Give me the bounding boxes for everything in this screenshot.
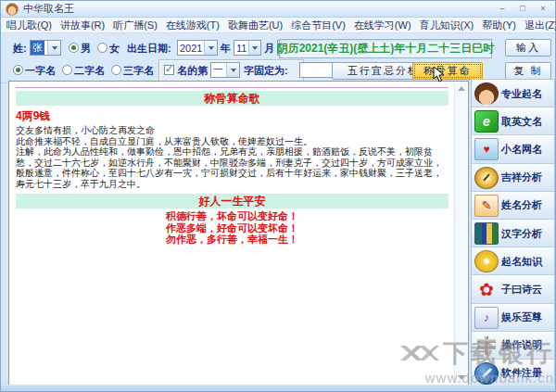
sidebar-item-label: 专业起名	[501, 87, 542, 101]
pen-card-icon	[474, 195, 499, 217]
sidebar-item[interactable]: 小名网名	[472, 135, 554, 163]
input-button[interactable]: 输入	[505, 39, 551, 57]
birthdate-label: 出生日期:	[127, 42, 171, 56]
disc-icon	[474, 250, 499, 272]
fixed-char-suffix-label: 字固定为:	[244, 64, 288, 78]
chevron-down-icon[interactable]	[226, 63, 239, 77]
sidebar-item-label: 娱乐至尊	[501, 310, 542, 324]
sidebar-item[interactable]: 子曰诗云	[472, 275, 554, 303]
sidebar-item-label: 汉字分析	[501, 227, 542, 241]
year-suffix: 年	[221, 42, 231, 56]
title-bar: 中华取名王 – □ ×	[1, 1, 555, 18]
signpost-icon	[474, 335, 499, 357]
sidebar-item[interactable]: 操作说明	[472, 332, 554, 360]
fortune-line: 交友多情有损，小心防之再发之命	[16, 125, 449, 136]
fixed-char-prefix-label: 名的第	[177, 64, 208, 78]
fixed-char-checkbox[interactable]	[164, 65, 174, 75]
window-title: 中华取名王	[23, 2, 74, 16]
sidebar-item-label: 取英文名	[501, 115, 542, 129]
menu-item[interactable]: 在线游戏(T)	[166, 19, 220, 32]
one-char-name-radio[interactable]	[13, 65, 23, 75]
gender-female-label: 女	[109, 42, 120, 56]
sidebar-item[interactable]: 娱乐至尊	[472, 304, 554, 332]
fixed-char-position-combobox[interactable]: 一	[210, 62, 240, 78]
compass-icon	[474, 167, 499, 189]
sidebar-item[interactable]: 取英文名	[472, 107, 554, 135]
english-book-icon	[474, 110, 499, 133]
app-window: 中华取名王 – □ × 唱儿歌(Q) 讲故事(R) 听广播(S) 在线游戏(T)…	[0, 0, 556, 392]
app-icon	[6, 3, 19, 16]
month-value: 11	[234, 43, 248, 54]
two-char-name-label: 二字名	[74, 64, 105, 78]
three-char-name-radio[interactable]	[111, 65, 121, 75]
advice-line: 作恶多端，好命可以变坏命！	[9, 222, 455, 234]
month-suffix: 月	[264, 42, 274, 56]
sidebar-item-label: 操作说明	[501, 338, 542, 352]
menu-item[interactable]: 讲故事(R)	[60, 19, 105, 32]
menu-item[interactable]: 综合节目(V)	[291, 19, 346, 32]
scroll-down-icon[interactable]	[455, 372, 467, 384]
books-icon	[474, 222, 499, 245]
chevron-down-icon[interactable]	[248, 41, 260, 55]
section-title-song: 称骨算命歌	[16, 91, 449, 106]
sidebar-item-label: 姓名分析	[501, 198, 542, 212]
three-char-name-label: 三字名	[123, 64, 154, 78]
gender-female-radio[interactable]	[97, 43, 107, 53]
chevron-down-icon[interactable]	[204, 41, 217, 55]
advice-line: 积德行善，坏命可以变好命！	[9, 210, 455, 222]
sidebar-item[interactable]: 专业起名	[472, 80, 554, 107]
bone-weight-value: 4两9钱	[16, 108, 449, 124]
sidebar-item-label: 软件注册	[501, 366, 542, 380]
sidebar-item-label: 子曰诗云	[501, 283, 542, 297]
sidebar-item[interactable]: 软件注册	[472, 360, 554, 387]
sidebar-item[interactable]: 起名知识	[472, 247, 554, 275]
window-bottom-edge	[1, 385, 555, 391]
close-icon[interactable]: ×	[536, 3, 550, 15]
menu-item[interactable]: 听广播(S)	[113, 19, 158, 32]
menu-item[interactable]: 唱儿歌(Q)	[6, 19, 52, 32]
form-panel: 姓: 张 男 女 出生日期: 2021 年 11 月 27 日 09:23 阴历…	[1, 33, 555, 83]
gender-male-label: 男	[81, 42, 91, 56]
chenggu-fortune-button[interactable]: 称骨算命	[412, 62, 483, 80]
minimize-icon[interactable]: –	[495, 3, 510, 15]
menu-item[interactable]: 育儿知识(X)	[420, 19, 474, 32]
window-controls: – □ ×	[495, 3, 550, 15]
menu-item[interactable]: 在线学习(W)	[354, 19, 411, 32]
scroll-up-icon[interactable]	[455, 82, 467, 95]
music-folder-icon	[474, 307, 499, 329]
year-combobox[interactable]: 2021	[177, 40, 218, 56]
position-value: 一	[211, 63, 225, 77]
month-combobox[interactable]: 11	[234, 40, 261, 56]
sidebar-item-label: 起名知识	[501, 255, 542, 269]
fortune-annotation: 注解，此命为人品性纯和，做事勤俭，恩中招怨，兄弟有克，亲朋相援，赔酒赔饭，反说不…	[16, 146, 449, 189]
maximize-icon[interactable]: □	[515, 3, 530, 15]
divider	[16, 87, 449, 88]
vertical-scrollbar[interactable]	[454, 82, 467, 384]
surname-value: 张	[31, 41, 44, 55]
advice-line: 勿作恶，多行善，幸福一生！	[9, 234, 455, 246]
sidebar-item-label: 吉祥分析	[501, 171, 542, 184]
register-icon	[474, 362, 499, 385]
sidebar-item[interactable]: 姓名分析	[472, 192, 554, 220]
menu-item[interactable]: 歌舞曲艺(U)	[228, 19, 283, 32]
result-text-area: 称骨算命歌 4两9钱 交友多情有损，小心防之再发之命 此命推来福不轻，自成自立显…	[9, 82, 455, 385]
menu-bar: 唱儿歌(Q) 讲故事(R) 听广播(S) 在线游戏(T) 歌舞曲艺(U) 综合节…	[1, 18, 555, 33]
sidebar-item[interactable]: 吉祥分析	[472, 164, 554, 192]
menu-item[interactable]: 帮助(Y)	[482, 19, 516, 32]
sidebar-item-label: 小名网名	[501, 143, 542, 157]
lunar-date-display: 阴历2021(辛丑)(壁上土)年十月二十三日巳时	[279, 39, 492, 58]
sidebar-item[interactable]: 汉字分析	[472, 220, 554, 247]
woman-avatar-icon	[474, 82, 499, 105]
heart-card-icon	[474, 138, 499, 160]
menu-item[interactable]: 退出(Z)	[524, 19, 556, 32]
copy-button[interactable]: 复 制	[505, 62, 551, 80]
surname-combobox[interactable]: 张	[30, 40, 61, 56]
two-char-name-radio[interactable]	[62, 65, 72, 75]
one-char-name-label: 一字名	[25, 64, 56, 78]
gender-male-radio[interactable]	[69, 43, 79, 53]
chevron-down-icon[interactable]	[47, 41, 60, 55]
fortune-line: 此命推来福不轻，自成自立显门庭，从来富贵人钦敬，使婢差奴过一生。	[16, 136, 449, 147]
result-panel: 称骨算命歌 4两9钱 交友多情有损，小心防之再发之命 此命推来福不轻，自成自立显…	[8, 81, 469, 386]
advice-lines: 积德行善，坏命可以变好命！ 作恶多端，好命可以变坏命！ 勿作恶，多行善，幸福一生…	[9, 210, 455, 246]
surname-label: 姓:	[13, 42, 27, 56]
